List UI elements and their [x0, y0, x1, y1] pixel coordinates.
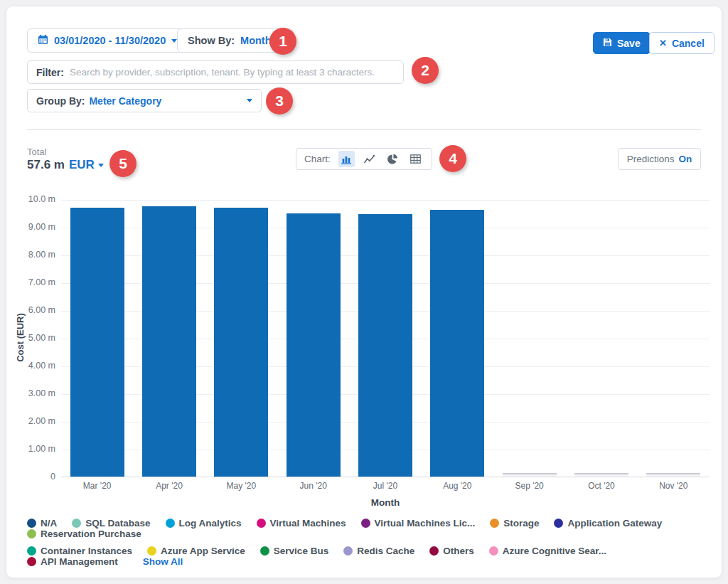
calendar-icon — [38, 34, 48, 47]
y-tick-label: 1.00 m — [6, 444, 55, 454]
currency-value: EUR — [69, 158, 95, 172]
prediction-bar[interactable] — [574, 473, 628, 477]
predictions-state: On — [679, 154, 692, 164]
legend-item-label: Virtual Machines Lic... — [375, 518, 476, 529]
y-tick-label: 0 — [6, 472, 55, 482]
y-tick-label: 2.00 m — [6, 416, 55, 426]
save-floppy-icon — [603, 38, 612, 49]
legend-color-dot — [72, 519, 81, 528]
x-axis-ticks: Mar '20Apr '20May '20Jun '20Jul '20Aug '… — [61, 481, 710, 491]
legend-color-dot — [166, 519, 175, 528]
filter-input[interactable] — [70, 67, 395, 78]
prediction-bar[interactable] — [503, 473, 557, 477]
group-by-dropdown[interactable]: Group By: Meter Category — [27, 89, 262, 112]
legend-color-dot — [27, 529, 36, 538]
legend-item-label: Storage — [503, 518, 539, 529]
legend-item[interactable]: Container Instances — [27, 546, 132, 556]
date-range-value: 03/01/2020 - 11/30/2020 — [54, 35, 166, 46]
table-icon[interactable] — [407, 151, 424, 167]
callout-badge-3: 3 — [266, 87, 293, 115]
legend-color-dot — [490, 519, 499, 528]
legend-item-label: Redis Cache — [357, 546, 414, 556]
legend-item[interactable]: Service Bus — [260, 546, 328, 556]
legend-item-label: Container Instances — [41, 546, 132, 556]
x-tick-label: Oct '20 — [565, 481, 637, 491]
cancel-button[interactable]: ✕ Cancel — [649, 32, 714, 54]
x-tick-label: Mar '20 — [61, 481, 133, 491]
section-divider — [27, 129, 701, 130]
x-tick-label: Nov '20 — [638, 481, 710, 491]
legend-item[interactable]: Virtual Machines Lic... — [361, 518, 476, 529]
legend-item[interactable]: Others — [429, 546, 474, 556]
filter-label: Filter: — [36, 67, 64, 78]
cost-bar[interactable] — [287, 213, 341, 477]
bar-chart-icon[interactable] — [338, 151, 355, 167]
plot-area — [61, 200, 710, 477]
cost-bar[interactable] — [142, 206, 196, 477]
x-tick-label: Jun '20 — [277, 481, 349, 491]
line-chart-icon[interactable] — [361, 151, 378, 167]
chart-legend: N/ASQL DatabaseLog AnalyticsVirtual Mach… — [27, 518, 701, 573]
y-tick-label: 4.00 m — [6, 361, 55, 371]
show-all-link[interactable]: Show All — [143, 556, 183, 567]
legend-item[interactable]: Virtual Machines — [257, 518, 346, 529]
x-tick-label: Aug '20 — [422, 481, 493, 491]
legend-item-label: Application Gateway — [567, 518, 662, 529]
cost-bar[interactable] — [358, 214, 412, 477]
show-by-value: Month — [240, 35, 271, 46]
cost-bar[interactable] — [430, 210, 484, 477]
legend-item-label: Azure Cognitive Sear... — [503, 546, 606, 556]
currency-dropdown[interactable]: EUR — [69, 158, 104, 172]
x-tick-label: Jul '20 — [349, 481, 421, 491]
legend-item[interactable]: API Management — [27, 556, 118, 567]
legend-item[interactable]: Application Gateway — [554, 518, 662, 529]
legend-item-label: Virtual Machines — [270, 518, 346, 529]
legend-item-label: Others — [443, 546, 474, 556]
legend-color-dot — [343, 546, 353, 556]
cost-bar[interactable] — [70, 208, 124, 477]
y-axis-ticks: 10.0 m9.00 m8.00 m7.00 m6.00 m5.00 m4.00… — [6, 200, 55, 477]
legend-item[interactable]: Azure Cognitive Sear... — [489, 546, 606, 556]
legend-color-dot — [554, 519, 563, 528]
legend-item[interactable]: Storage — [490, 518, 539, 529]
date-range-picker[interactable]: 03/01/2020 - 11/30/2020 — [27, 28, 188, 53]
legend-item[interactable]: Reservation Purchase — [27, 529, 141, 539]
prediction-bar[interactable] — [646, 473, 700, 477]
y-tick-label: 6.00 m — [6, 305, 55, 315]
legend-item[interactable]: SQL Database — [72, 518, 150, 529]
y-tick-label: 8.00 m — [6, 250, 55, 260]
cost-bar[interactable] — [214, 208, 268, 477]
predictions-toggle[interactable]: Predictions On — [618, 148, 701, 170]
total-value-row: 57.6 m EUR — [27, 158, 104, 172]
callout-badge-4: 4 — [439, 145, 466, 172]
callout-badge-1: 1 — [269, 28, 296, 55]
x-tick-label: Apr '20 — [133, 481, 205, 491]
chart-toolbar-label: Chart: — [304, 154, 331, 164]
close-icon: ✕ — [659, 38, 667, 48]
legend-color-dot — [147, 546, 156, 556]
legend-item[interactable]: N/A — [27, 518, 57, 529]
total-value: 57.6 m — [27, 158, 65, 172]
legend-item[interactable]: Log Analytics — [166, 518, 242, 529]
show-by-label: Show By: — [188, 35, 235, 46]
chevron-down-icon — [247, 99, 252, 102]
legend-color-dot — [361, 519, 370, 528]
legend-item[interactable]: Azure App Service — [147, 546, 245, 556]
chevron-down-icon — [98, 164, 104, 167]
chart-type-toolbar: Chart: — [296, 148, 432, 170]
total-label: Total — [27, 147, 46, 157]
legend-color-dot — [489, 546, 498, 556]
legend-color-dot — [27, 546, 36, 556]
legend-item[interactable]: Redis Cache — [343, 546, 414, 556]
y-tick-label: 5.00 m — [6, 333, 55, 343]
callout-badge-2: 2 — [412, 57, 439, 84]
legend-color-dot — [27, 519, 36, 528]
legend-item-label: Azure App Service — [161, 546, 245, 556]
pie-chart-icon[interactable] — [384, 151, 400, 167]
group-by-value: Meter Category — [89, 95, 161, 107]
save-button-label: Save — [617, 38, 641, 49]
legend-item-label: SQL Database — [85, 518, 150, 529]
save-button[interactable]: Save — [593, 32, 651, 54]
x-tick-label: Sep '20 — [493, 481, 565, 491]
callout-badge-5: 5 — [109, 150, 136, 177]
